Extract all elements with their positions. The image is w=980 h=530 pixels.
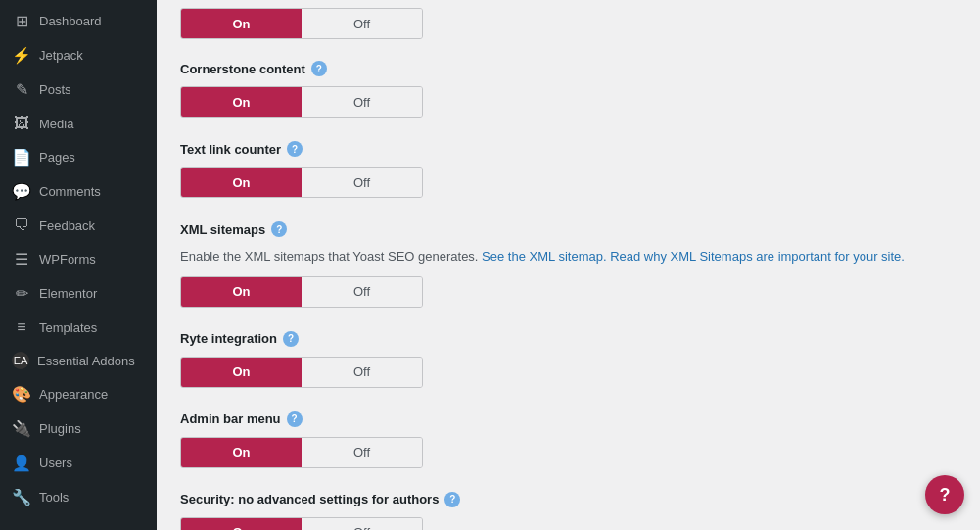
admin-bar-menu-label: Admin bar menu	[180, 411, 281, 426]
xml-sitemaps-help-icon[interactable]: ?	[271, 221, 287, 237]
xml-sitemaps-description: Enable the XML sitemaps that Yoast SEO g…	[180, 247, 957, 266]
feedback-icon: 🗨	[12, 217, 31, 234]
setting-security: Security: no advanced settings for autho…	[180, 476, 957, 531]
posts-icon: ✎	[12, 80, 31, 99]
plugins-icon: 🔌	[12, 419, 31, 438]
sidebar-item-appearance[interactable]: 🎨 Appearance	[0, 377, 157, 411]
admin-bar-menu-title: Admin bar menu ?	[180, 411, 957, 427]
cornerstone-content-label: Cornerstone content	[180, 62, 305, 76]
essential-addons-icon: EA	[12, 352, 29, 369]
ryte-integration-help-icon[interactable]: ?	[283, 331, 299, 347]
toggle-off-button[interactable]: Off	[302, 9, 422, 38]
sidebar-item-label: Pages	[39, 150, 75, 165]
sidebar-item-label: WPForms	[39, 252, 96, 266]
sidebar: ⊞ Dashboard ⚡ Jetpack ✎ Posts 🖼 Media 📄 …	[0, 0, 157, 530]
toggle-off-button[interactable]: Off	[302, 358, 422, 387]
xml-sitemap-link[interactable]: See the XML sitemap.	[482, 249, 606, 264]
toggle-on-button[interactable]: On	[181, 9, 302, 38]
sidebar-item-label: Posts	[39, 82, 71, 97]
sidebar-item-elementor[interactable]: ✏ Elementor	[0, 276, 157, 311]
sidebar-item-label: Dashboard	[39, 14, 102, 28]
wpforms-icon: ☰	[12, 250, 31, 268]
dashboard-icon: ⊞	[12, 12, 31, 30]
templates-icon: ≡	[12, 318, 31, 336]
comments-icon: 💬	[12, 182, 31, 201]
toggle-off-button[interactable]: Off	[302, 277, 422, 307]
text-link-counter-help-icon[interactable]: ?	[287, 141, 303, 157]
text-link-counter-title: Text link counter ?	[180, 141, 957, 157]
setting-text-link-counter: Text link counter ? On Off	[180, 125, 957, 198]
toggle-on-button[interactable]: On	[181, 87, 302, 117]
toggle-on-button[interactable]: On	[181, 168, 302, 197]
sidebar-item-label: Comments	[39, 184, 101, 199]
toggle-admin-bar-menu[interactable]: On Off	[180, 437, 423, 468]
toggle-off-button[interactable]: Off	[302, 438, 422, 467]
toggle-off-button[interactable]: Off	[302, 87, 422, 117]
sidebar-item-label: Essential Addons	[37, 354, 135, 368]
sidebar-item-label: Users	[39, 456, 72, 470]
toggle-security[interactable]: On Off	[180, 517, 423, 531]
sidebar-item-label: Jetpack	[39, 48, 83, 63]
sidebar-item-feedback[interactable]: 🗨 Feedback	[0, 209, 157, 242]
toggle-on-button[interactable]: On	[181, 518, 302, 531]
sidebar-item-label: Tools	[39, 490, 69, 505]
sidebar-item-plugins[interactable]: 🔌 Plugins	[0, 411, 157, 446]
sidebar-item-tools[interactable]: 🔧 Tools	[0, 480, 157, 514]
xml-sitemaps-label: XML sitemaps	[180, 222, 265, 237]
toggle-xml-sitemaps[interactable]: On Off	[180, 276, 423, 308]
sidebar-item-dashboard[interactable]: ⊞ Dashboard	[0, 4, 157, 38]
sidebar-item-users[interactable]: 👤 Users	[0, 446, 157, 480]
toggle-off-button[interactable]: Off	[302, 518, 422, 531]
sidebar-item-wpforms[interactable]: ☰ WPForms	[0, 242, 157, 276]
xml-sitemaps-description-text: Enable the XML sitemaps that Yoast SEO g…	[180, 249, 478, 264]
sidebar-item-pages[interactable]: 📄 Pages	[0, 140, 157, 174]
toggle-off-button[interactable]: Off	[302, 168, 422, 197]
sidebar-item-essential-addons[interactable]: EA Essential Addons	[0, 344, 157, 377]
xml-sitemap-why-link[interactable]: Read why XML Sitemaps are important for …	[610, 249, 905, 264]
toggle-on-button[interactable]: On	[181, 277, 302, 307]
sidebar-item-label: Plugins	[39, 421, 81, 436]
setting-cornerstone-content: On Off	[180, 0, 957, 39]
sidebar-item-label: Appearance	[39, 387, 108, 402]
pages-icon: 📄	[12, 148, 31, 167]
setting-ryte-integration: Ryte integration ? On Off	[180, 315, 957, 388]
media-icon: 🖼	[12, 115, 31, 132]
users-icon: 👤	[12, 454, 31, 472]
toggle-on-button[interactable]: On	[181, 358, 302, 387]
admin-bar-menu-help-icon[interactable]: ?	[287, 411, 303, 427]
xml-sitemaps-title: XML sitemaps ?	[180, 221, 957, 237]
toggle-text-link-counter[interactable]: On Off	[180, 167, 423, 198]
security-label: Security: no advanced settings for autho…	[180, 492, 439, 506]
setting-cornerstone-title-section: Cornerstone content ? On Off	[180, 47, 957, 118]
toggle-ryte-integration[interactable]: On Off	[180, 357, 423, 388]
main-content: On Off Cornerstone content ? On Off Text…	[157, 0, 980, 530]
sidebar-item-posts[interactable]: ✎ Posts	[0, 72, 157, 107]
toggle-on-button[interactable]: On	[181, 438, 302, 467]
elementor-icon: ✏	[12, 284, 31, 303]
toggle-cornerstone-content-2[interactable]: On Off	[180, 86, 423, 118]
setting-admin-bar-menu: Admin bar menu ? On Off	[180, 396, 957, 468]
sidebar-item-media[interactable]: 🖼 Media	[0, 107, 157, 140]
help-fab-button[interactable]: ?	[925, 475, 964, 514]
sidebar-item-label: Elementor	[39, 286, 97, 301]
sidebar-item-label: Media	[39, 117, 73, 131]
sidebar-item-label: Templates	[39, 320, 97, 335]
jetpack-icon: ⚡	[12, 46, 31, 65]
setting-xml-sitemaps: XML sitemaps ? Enable the XML sitemaps t…	[180, 206, 957, 308]
tools-icon: 🔧	[12, 488, 31, 506]
security-title: Security: no advanced settings for autho…	[180, 492, 957, 507]
sidebar-item-label: Feedback	[39, 218, 95, 233]
ryte-integration-title: Ryte integration ?	[180, 331, 957, 347]
toggle-cornerstone-content[interactable]: On Off	[180, 8, 423, 39]
cornerstone-content-title: Cornerstone content ?	[180, 61, 957, 76]
text-link-counter-label: Text link counter	[180, 142, 281, 157]
sidebar-item-jetpack[interactable]: ⚡ Jetpack	[0, 38, 157, 72]
ryte-integration-label: Ryte integration	[180, 331, 277, 346]
cornerstone-content-help-icon[interactable]: ?	[311, 61, 327, 76]
security-help-icon[interactable]: ?	[444, 492, 460, 507]
sidebar-item-comments[interactable]: 💬 Comments	[0, 174, 157, 209]
appearance-icon: 🎨	[12, 385, 31, 404]
sidebar-item-templates[interactable]: ≡ Templates	[0, 311, 157, 344]
